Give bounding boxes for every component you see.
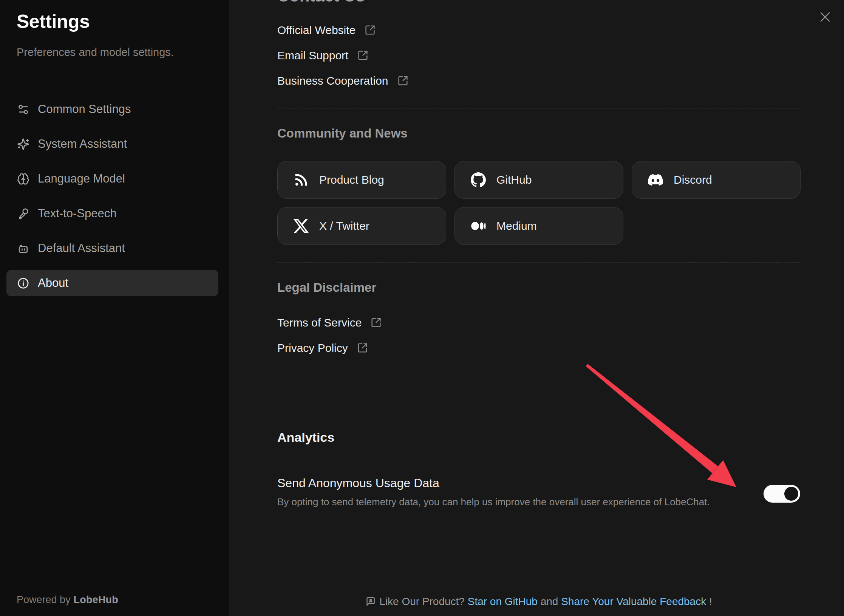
rss-icon: [294, 172, 309, 187]
mic-icon: [17, 207, 29, 220]
close-button[interactable]: [819, 11, 832, 23]
sidebar-item-label: Language Model: [38, 172, 125, 186]
lobehub-brand[interactable]: LobeHub: [74, 594, 118, 605]
sidebar-item-label: System Assistant: [38, 137, 127, 151]
powered-by-text: Powered by: [17, 594, 71, 605]
section-divider: [277, 108, 800, 108]
link-label: Business Cooperation: [277, 74, 388, 87]
product-blog-button[interactable]: Product Blog: [277, 161, 446, 199]
toggle-knob: [784, 487, 798, 501]
star-on-github-link[interactable]: Star on GitHub: [468, 596, 538, 607]
link-label: Terms of Service: [277, 316, 362, 329]
sidebar-item-text-to-speech[interactable]: Text-to-Speech: [6, 200, 218, 227]
powered-by: Powered byLobeHub: [17, 594, 118, 606]
footer-text: and: [541, 596, 558, 607]
button-label: GitHub: [496, 173, 532, 186]
settings-nav: Common Settings System Assistant Languag…: [6, 96, 218, 296]
settings-sidebar: Settings Preferences and model settings.…: [0, 0, 229, 616]
about-settings-panel: Contact Us Official Website Email Suppor…: [230, 0, 844, 616]
section-divider: [277, 463, 800, 463]
feedback-icon: [365, 596, 376, 607]
telemetry-setting-title: Send Anonymous Usage Data: [277, 476, 710, 490]
button-label: Medium: [496, 220, 537, 232]
x-twitter-icon: [294, 218, 309, 234]
sidebar-item-label: Default Assistant: [38, 241, 125, 255]
sidebar-item-common-settings[interactable]: Common Settings: [6, 96, 218, 122]
terms-of-service-link[interactable]: Terms of Service: [277, 314, 382, 331]
analytics-heading: Analytics: [277, 430, 800, 445]
link-label: Email Support: [277, 49, 348, 62]
button-label: Discord: [674, 173, 712, 186]
sidebar-item-about[interactable]: About: [6, 270, 218, 296]
footer-text: Like Our Product?: [379, 596, 465, 607]
privacy-policy-link[interactable]: Privacy Policy: [277, 340, 368, 356]
footer-text: !: [709, 596, 712, 607]
button-label: X / Twitter: [319, 220, 369, 232]
sidebar-item-label: About: [38, 276, 68, 290]
external-link-icon: [357, 342, 368, 353]
sidebar-item-language-model[interactable]: Language Model: [6, 166, 218, 192]
community-heading: Community and News: [277, 126, 800, 141]
sidebar-item-default-assistant[interactable]: Default Assistant: [6, 235, 218, 262]
section-divider: [277, 262, 800, 263]
github-icon: [471, 172, 486, 187]
page-title: Settings: [17, 11, 90, 33]
discord-button[interactable]: Discord: [632, 161, 801, 199]
sliders-icon: [17, 103, 29, 116]
telemetry-setting-row: Send Anonymous Usage Data By opting to s…: [277, 476, 800, 508]
official-website-link[interactable]: Official Website: [277, 22, 376, 38]
email-support-link[interactable]: Email Support: [277, 47, 368, 63]
sidebar-item-label: Text-to-Speech: [38, 207, 117, 220]
github-button[interactable]: GitHub: [454, 161, 623, 199]
sparkles-icon: [17, 138, 29, 150]
info-icon: [17, 277, 29, 289]
link-label: Official Website: [277, 24, 356, 37]
close-icon: [819, 11, 832, 23]
telemetry-setting-text: Send Anonymous Usage Data By opting to s…: [277, 476, 710, 508]
contact-us-heading: Contact Us: [277, 0, 365, 5]
discord-icon: [648, 172, 663, 187]
page-subtitle: Preferences and model settings.: [17, 46, 174, 59]
brain-icon: [17, 173, 29, 185]
telemetry-setting-description: By opting to send telemetry data, you ca…: [277, 496, 710, 508]
bot-icon: [17, 242, 29, 255]
medium-icon: [471, 218, 486, 234]
telemetry-toggle[interactable]: [764, 485, 800, 503]
sidebar-item-system-assistant[interactable]: System Assistant: [6, 131, 218, 157]
external-link-icon: [371, 317, 382, 328]
share-feedback-link[interactable]: Share Your Valuable Feedback: [561, 596, 706, 607]
sidebar-item-label: Common Settings: [38, 102, 131, 116]
medium-button[interactable]: Medium: [454, 207, 623, 245]
external-link-icon: [357, 50, 368, 61]
business-cooperation-link[interactable]: Business Cooperation: [277, 73, 408, 89]
x-twitter-button[interactable]: X / Twitter: [277, 207, 446, 245]
button-label: Product Blog: [319, 173, 384, 186]
footer-note: Like Our Product? Star on GitHub and Sha…: [277, 596, 800, 608]
legal-heading: Legal Disclaimer: [277, 280, 800, 295]
external-link-icon: [397, 75, 408, 86]
community-buttons: Product Blog GitHub Discord X / Twitter: [277, 161, 800, 245]
legal-links: Terms of Service Privacy Policy: [277, 295, 800, 356]
external-link-icon: [365, 25, 376, 36]
contact-links: Official Website Email Support Business …: [277, 0, 800, 89]
link-label: Privacy Policy: [277, 342, 348, 354]
